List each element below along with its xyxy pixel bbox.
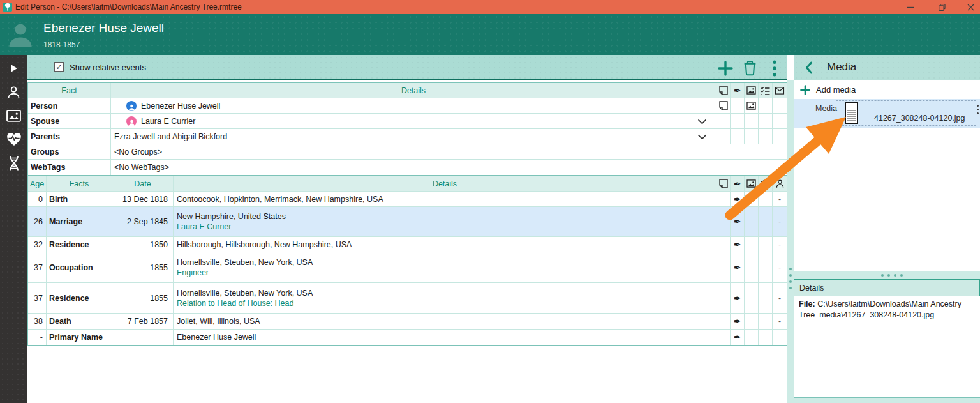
fact-summary-table: Fact Details ✒ Person Ebenezer Huse Jewe…: [27, 82, 787, 176]
fact-row-birth[interactable]: 0 Birth 13 Dec 1818 Contoocook, Hopkinto…: [28, 192, 787, 207]
webtags-value: <No WebTags>: [111, 160, 787, 175]
source-icon[interactable]: ✒: [731, 283, 745, 313]
fact-row-marriage-selected[interactable]: 26 Marriage 2 Sep 1845 New Hampshire, Un…: [28, 207, 787, 237]
show-relative-events-label: Show relative events: [70, 63, 146, 72]
person-note-icon[interactable]: [716, 98, 731, 113]
person-lifespan: 1818-1857: [43, 40, 80, 49]
media-file-path: File: C:\Users\laitm\Downloads\Main Ance…: [799, 299, 974, 321]
file-label: File:: [799, 300, 815, 308]
female-person-icon: [126, 116, 137, 126]
media-thumbnail[interactable]: [845, 102, 858, 124]
back-chevron-icon[interactable]: [805, 61, 813, 74]
collapse-play-icon[interactable]: [4, 61, 24, 76]
media-item-selected[interactable]: 41267_308248-04120.jpg: [836, 100, 976, 126]
facts-column-header: Facts: [47, 176, 112, 191]
left-sidebar: [0, 55, 27, 403]
file-path-value: C:\Users\laitm\Downloads\Main Ancestry T…: [799, 300, 961, 319]
person-tab-icon[interactable]: [4, 84, 24, 100]
avatar: [5, 19, 36, 50]
fact-row-occupation[interactable]: 37 Occupation 1855 Hornellsville, Steube…: [28, 252, 787, 283]
fact-table-header: Fact Details ✒: [28, 83, 787, 98]
note-column-icon: [716, 83, 731, 98]
minimize-button[interactable]: [902, 0, 918, 14]
add-media-label: Add media: [816, 85, 856, 95]
spouse-value: Laura E Currier: [141, 117, 195, 126]
media-row[interactable]: Media 41267_308248-04120.jpg: [794, 99, 980, 128]
details-splitter[interactable]: [794, 271, 980, 279]
facts-table: Age Facts Date Details ✒ 0 Birth 13 Dec …: [27, 176, 787, 346]
tasks-column-icon: [759, 83, 773, 98]
media-row-label: Media: [815, 104, 837, 113]
table-row-person[interactable]: Person Ebenezer Huse Jewell: [28, 98, 787, 114]
marriage-spouse-link[interactable]: Laura E Currier: [177, 222, 286, 232]
parents-dropdown-chevron-icon[interactable]: [697, 134, 707, 140]
fact-row-death[interactable]: 38 Death 7 Feb 1857 Joliet, Will, Illino…: [28, 314, 787, 330]
media-panel-title: Media: [827, 61, 856, 73]
person-media-icon[interactable]: [745, 98, 759, 113]
parents-value: Ezra Jewell and Abigail Bickford: [114, 132, 227, 141]
male-person-icon: [126, 101, 137, 111]
person-value: Ebenezer Huse Jewell: [141, 102, 220, 110]
fact-column-header: Fact: [28, 83, 111, 98]
facts-table-header: Age Facts Date Details ✒: [28, 176, 787, 192]
media-column-icon: [745, 83, 759, 98]
fact-row-primary-name[interactable]: - Primary Name Ebenezer Huse Jewell ✒: [28, 330, 787, 345]
plus-icon: [800, 85, 810, 95]
groups-value: <No Groups>: [111, 144, 787, 159]
media-column-icon: [745, 176, 759, 191]
source-icon[interactable]: ✒: [731, 314, 745, 329]
vertical-splitter[interactable]: [787, 80, 794, 403]
details-section-header: Details: [794, 279, 980, 296]
details-column-header: Details: [111, 83, 716, 98]
restore-button[interactable]: [933, 0, 950, 14]
splitter-grip-dots: [789, 268, 792, 289]
person-name: Ebenezer Huse Jewell: [43, 21, 164, 35]
bottom-splitter-strip[interactable]: [794, 397, 980, 403]
source-icon[interactable]: ✒: [731, 330, 745, 345]
table-row-webtags[interactable]: WebTags <No WebTags>: [28, 160, 787, 175]
tasks-column-icon: [759, 176, 773, 191]
share-person-column-icon: [773, 176, 787, 191]
spouse-dropdown-chevron-icon[interactable]: [697, 119, 707, 125]
edit-person-window: Edit Person - C:\Users\laitm\Downloads\M…: [0, 0, 980, 403]
add-fact-plus-icon[interactable]: [717, 60, 734, 77]
health-tab-icon[interactable]: [4, 132, 24, 147]
date-column-header: Date: [112, 176, 174, 191]
add-media-button[interactable]: Add media: [794, 80, 980, 99]
show-relative-events-checkbox[interactable]: ✓: [54, 62, 64, 72]
source-icon[interactable]: ✒: [731, 192, 745, 206]
person-header: Ebenezer Huse Jewell 1818-1857: [0, 14, 980, 55]
address-column-icon: [773, 83, 787, 98]
source-icon[interactable]: ✒: [731, 252, 745, 282]
source-column-icon: ✒: [731, 83, 745, 98]
splitter-grip-dots: [881, 274, 903, 277]
media-tab-icon[interactable]: [4, 108, 24, 123]
more-options-kebab-icon[interactable]: [773, 60, 776, 77]
table-row-parents[interactable]: Parents Ezra Jewell and Abigail Bickford: [28, 129, 787, 144]
app-tree-icon: [3, 3, 12, 12]
source-column-icon: ✒: [731, 176, 745, 191]
fact-row-residence-1850[interactable]: 32 Residence 1850 Hillsborough, Hillsbor…: [28, 237, 787, 252]
media-filename: 41267_308248-04120.jpg: [874, 114, 965, 123]
fact-row-residence-1855[interactable]: 37 Residence 1855 Hornellsville, Steuben…: [28, 283, 787, 314]
details-column-header: Details: [174, 176, 716, 191]
media-panel-header: Media: [794, 55, 980, 80]
source-icon[interactable]: ✒: [731, 207, 745, 236]
titlebar: Edit Person - C:\Users\laitm\Downloads\M…: [0, 0, 980, 14]
dna-tab-icon[interactable]: [4, 155, 24, 171]
note-column-icon: [716, 176, 731, 191]
table-row-groups[interactable]: Groups <No Groups>: [28, 144, 787, 160]
media-item-kebab-icon[interactable]: [977, 105, 979, 114]
age-column-header: Age: [28, 176, 47, 191]
delete-trash-icon[interactable]: [743, 60, 757, 76]
table-row-spouse[interactable]: Spouse Laura E Currier: [28, 114, 787, 129]
window-title: Edit Person - C:\Users\laitm\Downloads\M…: [15, 3, 242, 11]
close-button[interactable]: [962, 0, 979, 14]
main-toolbar: ✓ Show relative events: [27, 55, 787, 80]
source-icon[interactable]: ✒: [731, 237, 745, 252]
